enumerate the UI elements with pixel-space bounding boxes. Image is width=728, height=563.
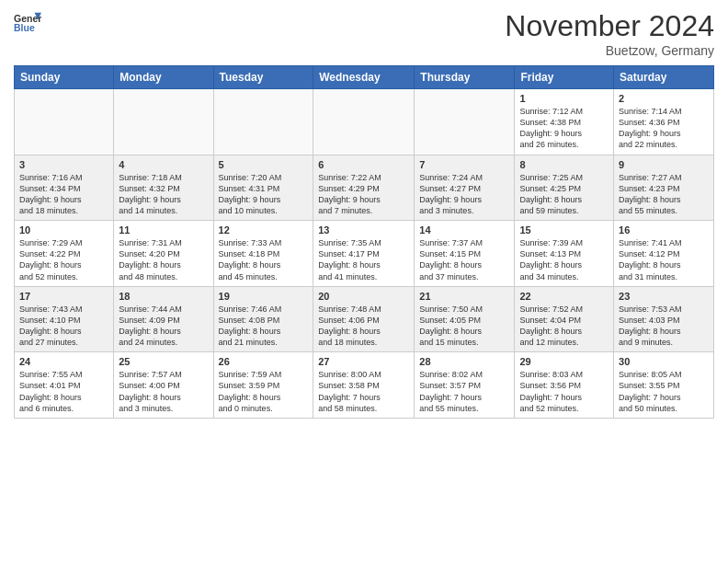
- calendar-cell: 21Sunrise: 7:50 AM Sunset: 4:05 PM Dayli…: [415, 286, 515, 352]
- day-info: Sunrise: 7:12 AM Sunset: 4:38 PM Dayligh…: [519, 106, 609, 151]
- day-number: 6: [318, 159, 409, 170]
- calendar-cell: 23Sunrise: 7:53 AM Sunset: 4:03 PM Dayli…: [614, 286, 714, 352]
- logo-icon: General Blue: [14, 9, 41, 37]
- calendar-cell: 14Sunrise: 7:37 AM Sunset: 4:15 PM Dayli…: [415, 221, 515, 287]
- day-info: Sunrise: 7:57 AM Sunset: 4:00 PM Dayligh…: [119, 369, 208, 414]
- day-info: Sunrise: 8:02 AM Sunset: 3:57 PM Dayligh…: [419, 369, 509, 414]
- day-number: 1: [519, 93, 609, 104]
- calendar-cell: 18Sunrise: 7:44 AM Sunset: 4:09 PM Dayli…: [114, 286, 213, 352]
- day-info: Sunrise: 7:53 AM Sunset: 4:03 PM Dayligh…: [619, 304, 709, 349]
- day-info: Sunrise: 7:46 AM Sunset: 4:08 PM Dayligh…: [219, 304, 309, 349]
- day-info: Sunrise: 7:31 AM Sunset: 4:20 PM Dayligh…: [119, 237, 208, 282]
- calendar-cell: 29Sunrise: 8:03 AM Sunset: 3:56 PM Dayli…: [515, 352, 614, 419]
- day-info: Sunrise: 7:50 AM Sunset: 4:05 PM Dayligh…: [419, 304, 509, 349]
- day-info: Sunrise: 7:39 AM Sunset: 4:13 PM Dayligh…: [519, 237, 609, 282]
- day-number: 5: [219, 159, 309, 170]
- calendar-day-header: Thursday: [415, 66, 515, 89]
- calendar-cell: 24Sunrise: 7:55 AM Sunset: 4:01 PM Dayli…: [15, 352, 114, 419]
- day-number: 7: [419, 159, 509, 170]
- calendar-cell: 13Sunrise: 7:35 AM Sunset: 4:17 PM Dayli…: [313, 221, 415, 287]
- day-number: 11: [119, 224, 208, 236]
- day-number: 8: [519, 159, 609, 170]
- calendar-cell: 6Sunrise: 7:22 AM Sunset: 4:29 PM Daylig…: [313, 155, 415, 221]
- calendar-week-row: 24Sunrise: 7:55 AM Sunset: 4:01 PM Dayli…: [15, 352, 714, 419]
- day-number: 21: [419, 291, 509, 302]
- day-info: Sunrise: 7:48 AM Sunset: 4:06 PM Dayligh…: [318, 304, 409, 349]
- day-number: 4: [119, 159, 208, 170]
- calendar-day-header: Saturday: [614, 66, 714, 89]
- day-number: 15: [519, 224, 609, 236]
- calendar-cell: 22Sunrise: 7:52 AM Sunset: 4:04 PM Dayli…: [515, 286, 614, 352]
- calendar-cell: 3Sunrise: 7:16 AM Sunset: 4:34 PM Daylig…: [15, 155, 114, 221]
- day-number: 14: [419, 224, 509, 236]
- calendar-day-header: Friday: [515, 66, 614, 89]
- day-info: Sunrise: 7:22 AM Sunset: 4:29 PM Dayligh…: [318, 172, 409, 217]
- calendar-header-row: SundayMondayTuesdayWednesdayThursdayFrid…: [15, 66, 714, 89]
- day-info: Sunrise: 7:25 AM Sunset: 4:25 PM Dayligh…: [519, 172, 609, 217]
- calendar-cell: 25Sunrise: 7:57 AM Sunset: 4:00 PM Dayli…: [114, 352, 213, 419]
- calendar-cell: 26Sunrise: 7:59 AM Sunset: 3:59 PM Dayli…: [213, 352, 313, 419]
- svg-text:Blue: Blue: [14, 22, 35, 33]
- calendar-day-header: Monday: [114, 66, 213, 89]
- calendar-cell: 28Sunrise: 8:02 AM Sunset: 3:57 PM Dayli…: [415, 352, 515, 419]
- day-info: Sunrise: 7:55 AM Sunset: 4:01 PM Dayligh…: [19, 369, 108, 414]
- day-info: Sunrise: 7:33 AM Sunset: 4:18 PM Dayligh…: [219, 237, 309, 282]
- day-info: Sunrise: 7:59 AM Sunset: 3:59 PM Dayligh…: [219, 369, 309, 414]
- day-number: 2: [619, 93, 709, 104]
- day-info: Sunrise: 8:05 AM Sunset: 3:55 PM Dayligh…: [619, 369, 709, 414]
- calendar-day-header: Sunday: [15, 66, 114, 89]
- calendar-cell: [313, 89, 415, 155]
- day-info: Sunrise: 7:14 AM Sunset: 4:36 PM Dayligh…: [619, 106, 709, 151]
- calendar-cell: 8Sunrise: 7:25 AM Sunset: 4:25 PM Daylig…: [515, 155, 614, 221]
- calendar-week-row: 17Sunrise: 7:43 AM Sunset: 4:10 PM Dayli…: [15, 286, 714, 352]
- calendar-cell: 19Sunrise: 7:46 AM Sunset: 4:08 PM Dayli…: [213, 286, 313, 352]
- calendar-cell: 12Sunrise: 7:33 AM Sunset: 4:18 PM Dayli…: [213, 221, 313, 287]
- day-number: 9: [619, 159, 709, 170]
- day-number: 25: [119, 356, 208, 367]
- calendar-week-row: 3Sunrise: 7:16 AM Sunset: 4:34 PM Daylig…: [15, 155, 714, 221]
- calendar-cell: [415, 89, 515, 155]
- calendar-cell: 4Sunrise: 7:18 AM Sunset: 4:32 PM Daylig…: [114, 155, 213, 221]
- day-info: Sunrise: 7:52 AM Sunset: 4:04 PM Dayligh…: [519, 304, 609, 349]
- day-number: 23: [619, 291, 709, 302]
- day-number: 28: [419, 356, 509, 367]
- day-number: 27: [318, 356, 409, 367]
- calendar-week-row: 1Sunrise: 7:12 AM Sunset: 4:38 PM Daylig…: [15, 89, 714, 155]
- calendar-cell: 16Sunrise: 7:41 AM Sunset: 4:12 PM Dayli…: [614, 221, 714, 287]
- calendar-cell: 11Sunrise: 7:31 AM Sunset: 4:20 PM Dayli…: [114, 221, 213, 287]
- calendar-cell: 17Sunrise: 7:43 AM Sunset: 4:10 PM Dayli…: [15, 286, 114, 352]
- day-number: 18: [119, 291, 208, 302]
- day-number: 19: [219, 291, 309, 302]
- calendar-cell: [114, 89, 213, 155]
- day-info: Sunrise: 7:41 AM Sunset: 4:12 PM Dayligh…: [619, 237, 709, 282]
- calendar-week-row: 10Sunrise: 7:29 AM Sunset: 4:22 PM Dayli…: [15, 221, 714, 287]
- day-number: 12: [219, 224, 309, 236]
- calendar-table: SundayMondayTuesdayWednesdayThursdayFrid…: [14, 65, 714, 419]
- day-info: Sunrise: 7:20 AM Sunset: 4:31 PM Dayligh…: [219, 172, 309, 217]
- calendar-cell: [213, 89, 313, 155]
- calendar-cell: 30Sunrise: 8:05 AM Sunset: 3:55 PM Dayli…: [614, 352, 714, 419]
- day-info: Sunrise: 7:29 AM Sunset: 4:22 PM Dayligh…: [19, 237, 108, 282]
- day-info: Sunrise: 7:16 AM Sunset: 4:34 PM Dayligh…: [19, 172, 108, 217]
- day-number: 20: [318, 291, 409, 302]
- calendar-cell: 10Sunrise: 7:29 AM Sunset: 4:22 PM Dayli…: [15, 221, 114, 287]
- day-info: Sunrise: 8:03 AM Sunset: 3:56 PM Dayligh…: [519, 369, 609, 414]
- day-number: 10: [19, 224, 108, 236]
- day-info: Sunrise: 7:43 AM Sunset: 4:10 PM Dayligh…: [19, 304, 108, 349]
- location-subtitle: Buetzow, Germany: [505, 43, 714, 58]
- day-number: 13: [318, 224, 409, 236]
- day-number: 24: [19, 356, 108, 367]
- day-info: Sunrise: 7:18 AM Sunset: 4:32 PM Dayligh…: [119, 172, 208, 217]
- day-number: 29: [519, 356, 609, 367]
- day-number: 16: [619, 224, 709, 236]
- day-info: Sunrise: 8:00 AM Sunset: 3:58 PM Dayligh…: [318, 369, 409, 414]
- header: General Blue November 2024 Buetzow, Germ…: [14, 9, 714, 58]
- calendar-cell: 27Sunrise: 8:00 AM Sunset: 3:58 PM Dayli…: [313, 352, 415, 419]
- day-info: Sunrise: 7:37 AM Sunset: 4:15 PM Dayligh…: [419, 237, 509, 282]
- calendar-cell: [15, 89, 114, 155]
- calendar-cell: 15Sunrise: 7:39 AM Sunset: 4:13 PM Dayli…: [515, 221, 614, 287]
- day-number: 26: [219, 356, 309, 367]
- calendar-cell: 20Sunrise: 7:48 AM Sunset: 4:06 PM Dayli…: [313, 286, 415, 352]
- day-info: Sunrise: 7:44 AM Sunset: 4:09 PM Dayligh…: [119, 304, 208, 349]
- calendar-cell: 2Sunrise: 7:14 AM Sunset: 4:36 PM Daylig…: [614, 89, 714, 155]
